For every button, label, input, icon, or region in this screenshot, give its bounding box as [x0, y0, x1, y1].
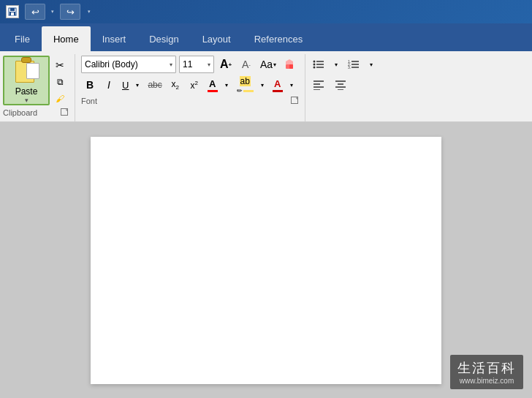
clipboard-group: Paste ▾ ✂ ⧉ 🖌 [0, 54, 75, 121]
strikethrough-button[interactable]: abc [145, 76, 164, 94]
svg-rect-8 [289, 64, 293, 69]
cut-button[interactable]: ✂ [51, 57, 69, 73]
copy-button[interactable]: ⧉ [51, 74, 69, 90]
text-color-a-icon: A [274, 78, 281, 89]
tab-layout[interactable]: Layout [191, 26, 243, 51]
underline-button[interactable]: U [119, 76, 132, 94]
watermark-url-text: www.bimeiz.com [457, 377, 516, 385]
font-name-label: Calibri (Body) [85, 59, 138, 70]
format-painter-button[interactable]: 🖌 [51, 91, 69, 107]
align-center-button[interactable] [330, 76, 351, 94]
font-row2: B I U ▾ abc x2 [81, 76, 299, 94]
text-color-a-button[interactable]: A [270, 76, 286, 94]
copy-icon: ⧉ [57, 77, 64, 87]
underline-icon: U [122, 80, 129, 91]
tab-insert[interactable]: Insert [91, 26, 138, 51]
paragraph-group: ▾ 1. 2. 3. ▾ [305, 54, 380, 121]
svg-point-13 [314, 61, 316, 63]
svg-rect-1 [10, 8, 15, 11]
svg-point-17 [314, 67, 316, 69]
cut-icon: ✂ [56, 59, 64, 71]
svg-text:3.: 3. [348, 65, 351, 70]
font-shrink-button[interactable]: A- [238, 56, 255, 73]
clipboard-small-buttons: ✂ ⧉ 🖌 [51, 57, 69, 107]
svg-rect-3 [11, 12, 14, 15]
subscript-icon: x2 [172, 79, 179, 91]
quick-access-dropdown[interactable]: ▾ [88, 9, 91, 15]
highlight-icon: ab [240, 76, 251, 86]
font-size-combo[interactable]: 11 ▾ [179, 56, 214, 73]
paste-dropdown-arrow[interactable]: ▾ [25, 97, 28, 104]
font-color-dropdown[interactable]: ▾ [221, 76, 232, 94]
format-painter-icon: 🖌 [56, 94, 64, 104]
eraser-icon [284, 59, 296, 70]
svg-marker-9 [286, 59, 293, 64]
ribbon-tabs: File Home Insert Design Layout Reference… [0, 23, 532, 51]
ribbon-body: Paste ▾ ✂ ⧉ 🖌 [0, 51, 532, 122]
save-button[interactable] [6, 5, 19, 18]
numbering-button[interactable]: 1. 2. 3. [343, 56, 364, 73]
document-page[interactable] [91, 137, 441, 384]
expand-icon [61, 108, 69, 116]
font-combo-arrow: ▾ [170, 61, 172, 68]
font-color-button[interactable]: A [205, 76, 221, 94]
align-left-icon [313, 80, 324, 90]
font-name-combo[interactable]: Calibri (Body) ▾ [81, 56, 176, 73]
font-expander[interactable] [291, 97, 299, 106]
redo-button[interactable]: ↪ [60, 4, 80, 20]
size-combo-arrow: ▾ [208, 61, 210, 68]
font-color-a-icon: A [209, 78, 216, 89]
font-label-row: Font [81, 95, 299, 108]
text-color-a-dropdown[interactable]: ▾ [286, 76, 297, 94]
bullets-button[interactable] [308, 56, 329, 73]
align-center-icon [335, 80, 346, 90]
font-color-bar [208, 90, 218, 92]
italic-button[interactable]: I [100, 76, 118, 94]
clipboard-label-row: Clipboard [3, 107, 69, 120]
font-size-label: 11 [183, 59, 192, 70]
numbering-dropdown[interactable]: ▾ [365, 56, 377, 73]
aa-label: Aa [260, 59, 273, 70]
change-case-button[interactable]: Aa ▾ [258, 56, 278, 73]
watermark-cn-text: 生活百科 [457, 359, 516, 377]
tab-design[interactable]: Design [137, 26, 190, 51]
watermark: 生活百科 www.bimeiz.com [450, 355, 523, 389]
undo-button[interactable]: ↩ [25, 4, 45, 20]
font-group: Calibri (Body) ▾ 11 ▾ A+ A- Aa ▾ [75, 54, 305, 121]
font-label: Font [81, 97, 97, 105]
svg-point-15 [314, 64, 316, 66]
font-color-group: A ▾ [205, 76, 232, 94]
tab-file[interactable]: File [3, 26, 42, 51]
bullets-dropdown[interactable]: ▾ [330, 56, 342, 73]
paste-label: Paste [15, 86, 38, 97]
paste-button[interactable]: Paste ▾ [3, 56, 50, 105]
paste-icon [13, 57, 39, 85]
numbering-icon: 1. 2. 3. [347, 58, 360, 71]
subscript-button[interactable]: x2 [167, 76, 184, 94]
title-bar: ↩ ▾ ↪ ▾ [0, 0, 532, 23]
align-left-button[interactable] [308, 76, 329, 94]
underline-dropdown[interactable]: ▾ [132, 76, 143, 94]
highlight-pen-icon: ✏ [237, 87, 243, 94]
highlight-dropdown[interactable]: ▾ [256, 76, 268, 94]
font-grow-button[interactable]: A+ [217, 56, 235, 73]
tab-home[interactable]: Home [42, 26, 91, 51]
underline-group: U ▾ [119, 76, 143, 94]
text-color-a-bar [273, 90, 283, 92]
bold-button[interactable]: B [81, 76, 99, 94]
superscript-icon: x2 [191, 80, 198, 91]
bullets-icon [312, 58, 325, 71]
tab-references[interactable]: References [243, 26, 314, 51]
aa-dropdown-arrow: ▾ [273, 61, 276, 68]
highlight-group: ab ✏ ▾ [234, 76, 268, 94]
font-expand-icon [291, 97, 299, 105]
clear-format-button[interactable] [281, 56, 299, 73]
undo-dropdown[interactable]: ▾ [51, 9, 54, 15]
highlight-button[interactable]: ab ✏ [234, 76, 256, 94]
clipboard-label: Clipboard [3, 108, 37, 117]
text-color-a-group: A ▾ [270, 76, 297, 94]
font-row1: Calibri (Body) ▾ 11 ▾ A+ A- Aa ▾ [81, 56, 299, 73]
clipboard-expander[interactable] [61, 108, 69, 118]
superscript-button[interactable]: x2 [186, 76, 203, 94]
highlight-color-bar [243, 90, 254, 92]
